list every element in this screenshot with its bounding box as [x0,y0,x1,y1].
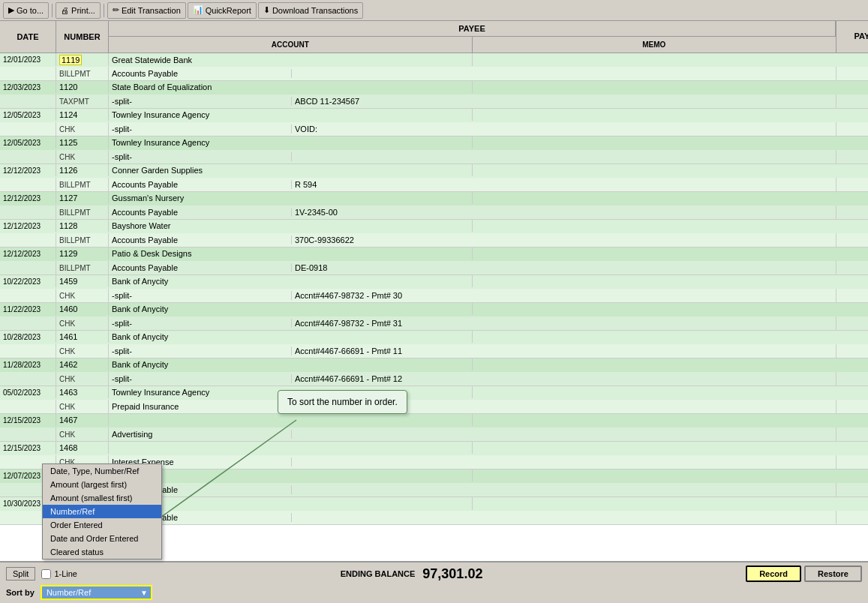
goto-button[interactable]: ▶ Go to... [3,2,49,19]
table-row-sub: BILLPMT Accounts Payable R 594 [0,178,868,191]
tx-empty-date [0,94,56,108]
table-row-sub: BILLPMT Accounts Payable DE-0918 [0,261,868,274]
tx-number: 1120 [56,81,109,93]
split-button[interactable]: Split [6,567,35,580]
tx-number: 1127 [56,192,109,204]
tx-sub-payment [836,261,868,274]
table-row[interactable]: 12/12/2023 1126 Conner Garden Supplies 6… [0,164,868,178]
tx-sub-payment [836,372,868,386]
divider-2 [104,4,104,17]
tx-type: BILLPMT [56,261,109,274]
table-row[interactable]: 11/22/2023 1460 Bank of Anycity 244.13 9… [0,303,868,316]
account-subheader: ACCOUNT [109,37,473,52]
tx-payee: Townley Insurance Agency [109,136,473,148]
tx-sub-payment [836,483,868,496]
tx-account-memo: Interest Expense [109,455,836,469]
tx-number: 1463 [56,386,109,398]
table-row[interactable]: 11/28/2023 1462 Bank of Anycity 550.00 8… [0,358,868,372]
dropdown-item[interactable]: Date and Order Entered [43,532,161,545]
tx-empty-date [0,206,56,219]
tx-date: 05/02/2023 [0,386,56,398]
tx-empty-date [0,67,56,80]
payee-header[interactable]: PAYEE [109,21,836,37]
quickreport-button[interactable]: 📊 QuickReport [188,2,257,19]
dropdown-item[interactable]: Number/Ref [43,505,161,518]
tx-type: CHK [56,372,109,386]
print-button[interactable]: 🖨 Print... [56,2,101,19]
restore-button[interactable]: Restore [804,566,862,582]
tx-date: 10/22/2023 [0,275,56,287]
tx-payee: Gussman's Nursery [109,192,473,204]
table-row[interactable]: 05/02/2023 1463 Townley Insurance Agency… [0,386,868,400]
transaction-pair: 12/03/2023 1120 State Board of Equalizat… [0,81,868,109]
tx-date: 12/05/2023 [0,136,56,148]
table-row[interactable]: 12/12/2023 1129 Patio & Desk Designs 182… [0,248,868,261]
download-button[interactable]: ⬇ Download Transactions [258,2,363,19]
sort-dropdown-menu[interactable]: Date, Type, Number/RefAmount (largest fi… [42,464,162,560]
tx-payee [109,497,473,510]
transaction-pair: 12/15/2023 1467 100.00 87,828.67 CHK Adv… [0,414,868,442]
dropdown-item[interactable]: Date, Type, Number/Ref [43,464,161,478]
tx-sub-payment [836,178,868,191]
table-row[interactable]: 12/03/2023 1120 State Board of Equalizat… [0,81,868,94]
transaction-pair: 11/22/2023 1460 Bank of Anycity 244.13 9… [0,303,868,331]
tx-number: 1124 [56,109,109,121]
payee-account-header: PAYEE ACCOUNT MEMO [109,21,836,52]
table-row-sub: BILLPMT Accounts Payable [0,67,868,80]
dropdown-item[interactable]: Amount (smallest first) [43,491,161,505]
tx-payee [109,414,473,426]
goto-icon: ▶ [8,5,14,15]
bottom-buttons: Record Restore [746,566,862,582]
dropdown-item[interactable]: Cleared status [43,545,161,559]
table-row[interactable]: 10/28/2023 1461 Bank of Anycity 550.00 8… [0,331,868,344]
tx-date: 12/12/2023 [0,220,56,232]
table-row[interactable]: 12/01/2023 1119 Great Statewide Bank 699… [0,53,868,67]
tx-number: 1128 [56,220,109,232]
tx-account-memo: -split- Accnt#4467-98732 - Pmt# 31 [109,316,836,330]
tx-payee: Townley Insurance Agency [109,109,473,121]
record-button[interactable]: Record [746,566,801,582]
tx-sub-payment [836,289,868,302]
table-row[interactable]: 10/22/2023 1459 Bank of Anycity 244.13 9… [0,275,868,289]
tx-type: CHK [56,344,109,358]
tx-date: 12/15/2023 [0,414,56,426]
divider-1 [52,4,53,17]
one-line-checkbox[interactable] [41,569,51,579]
tx-payee: Bank of Anycity [109,358,473,370]
table-row[interactable]: 12/12/2023 1128 Bayshore Water 23.27 90,… [0,220,868,233]
transaction-pair: 12/12/2023 1129 Patio & Desk Designs 182… [0,248,868,275]
payment-header[interactable]: PAYMENT [836,21,868,52]
table-row[interactable]: 12/05/2023 1125 Townley Insurance Agency… [0,136,868,150]
sort-select[interactable]: Date, Type, Number/RefAmount (largest fi… [42,586,151,598]
table-row-sub: TAXPMT -split- ABCD 11-234567 [0,94,868,108]
tx-date: 12/15/2023 [0,442,56,454]
table-row-sub: CHK -split- VOID: [0,122,868,136]
table-row[interactable]: 12/15/2023 1467 100.00 87,828.67 [0,414,868,428]
tx-empty-date [0,261,56,274]
tx-empty-date [0,178,56,191]
tx-payee [109,442,473,454]
table-row-sub: CHK -split- Accnt#4467-66691 - Pmt# 11 [0,344,868,358]
tx-type: TAXPMT [56,94,109,108]
date-header[interactable]: DATE [0,21,56,52]
table-headers: DATE NUMBER PAYEE ACCOUNT MEMO PAYMENT [0,21,868,53]
dropdown-item[interactable]: Order Entered [43,518,161,532]
tx-type: CHK [56,428,109,441]
tx-empty-date [0,316,56,330]
table-row[interactable]: 12/05/2023 1124 Townley Insurance Agency… [0,109,868,122]
dropdown-item[interactable]: Amount (largest first) [43,478,161,491]
tx-account-memo: Accounts Payable 1V-2345-00 [109,206,836,219]
table-row[interactable]: 12/12/2023 1127 Gussman's Nursery 20.00 … [0,192,868,206]
tx-date: 11/28/2023 [0,358,56,370]
table-row-sub: CHK -split- [0,150,868,164]
report-icon: 📊 [193,5,203,15]
one-line-checkbox-area: 1-Line [41,569,77,579]
transaction-pair: 05/02/2023 1463 Townley Insurance Agency… [0,386,868,414]
table-row[interactable]: 12/15/2023 1468 123.00 87,705.67 [0,442,868,455]
table-row-sub: BILLPMT Accounts Payable 370C-99336622 [0,233,868,247]
number-header[interactable]: NUMBER [56,21,109,52]
sort-select-wrapper: Date, Type, Number/RefAmount (largest fi… [41,585,152,600]
transaction-pair: 12/05/2023 1124 Townley Insurance Agency… [0,109,868,136]
tx-number: 1468 [56,442,109,454]
edit-transaction-button[interactable]: ✏ Edit Transaction [107,2,186,19]
